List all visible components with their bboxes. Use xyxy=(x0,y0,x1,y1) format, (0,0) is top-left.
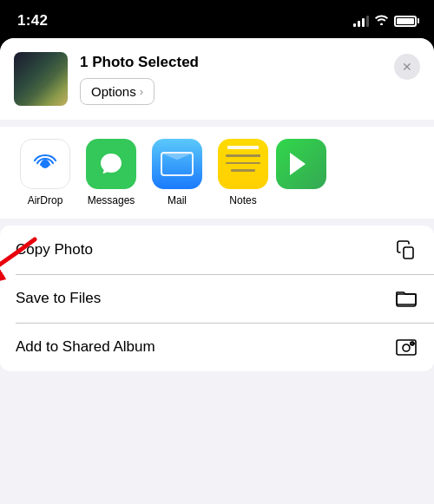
app-item-messages[interactable]: Messages xyxy=(78,139,144,206)
actions-section: Copy Photo Save to Files xyxy=(0,226,434,371)
photo-thumbnail xyxy=(14,52,68,106)
apps-section: AirDrop Messages Mail xyxy=(0,127,434,219)
app-item-airdrop[interactable]: AirDrop xyxy=(12,139,78,206)
action-copy-photo[interactable]: Copy Photo xyxy=(0,226,434,274)
close-button[interactable]: ✕ xyxy=(394,54,420,80)
messages-icon xyxy=(86,139,136,189)
svg-rect-1 xyxy=(404,247,413,259)
close-icon: ✕ xyxy=(402,61,412,73)
mail-envelope-icon xyxy=(161,152,194,176)
share-header: 1 Photo Selected Options › ✕ xyxy=(0,38,434,120)
status-icons xyxy=(353,14,417,28)
apps-row: AirDrop Messages Mail xyxy=(0,139,434,206)
mail-label: Mail xyxy=(168,194,187,206)
mail-app-icon xyxy=(152,139,202,189)
messages-label: Messages xyxy=(88,194,135,206)
notes-app-icon xyxy=(218,139,268,189)
airdrop-icon xyxy=(20,139,70,189)
shared-album-icon xyxy=(394,335,418,359)
options-chevron-icon: › xyxy=(140,85,143,98)
airdrop-label: AirDrop xyxy=(28,194,63,206)
selected-title: 1 Photo Selected xyxy=(80,54,382,71)
app-item-notes[interactable]: Notes xyxy=(210,139,276,206)
action-save-to-files[interactable]: Save to Files xyxy=(0,274,434,323)
status-time: 1:42 xyxy=(17,12,48,29)
copy-photo-label: Copy Photo xyxy=(16,241,93,259)
options-label: Options xyxy=(91,84,136,99)
status-bar: 1:42 xyxy=(0,0,434,38)
options-button[interactable]: Options › xyxy=(80,78,155,105)
svg-rect-2 xyxy=(397,294,416,304)
more-app-icon xyxy=(276,139,326,189)
wifi-icon xyxy=(374,14,389,28)
app-item-mail[interactable]: Mail xyxy=(144,139,210,206)
share-header-text: 1 Photo Selected Options › xyxy=(80,52,382,105)
battery-icon xyxy=(394,16,417,27)
notes-label: Notes xyxy=(229,194,256,206)
folder-icon xyxy=(394,286,418,311)
notes-inner-icon xyxy=(218,139,268,189)
mail-flap-icon xyxy=(162,154,192,164)
copy-icon xyxy=(394,238,418,262)
save-to-files-label: Save to Files xyxy=(16,290,101,307)
add-shared-album-label: Add to Shared Album xyxy=(16,338,155,356)
signal-icon xyxy=(353,15,369,27)
app-item-more[interactable] xyxy=(276,139,326,206)
svg-point-5 xyxy=(403,344,410,351)
action-add-shared-album[interactable]: Add to Shared Album xyxy=(0,323,434,371)
share-sheet: 1 Photo Selected Options › ✕ xyxy=(0,38,434,504)
